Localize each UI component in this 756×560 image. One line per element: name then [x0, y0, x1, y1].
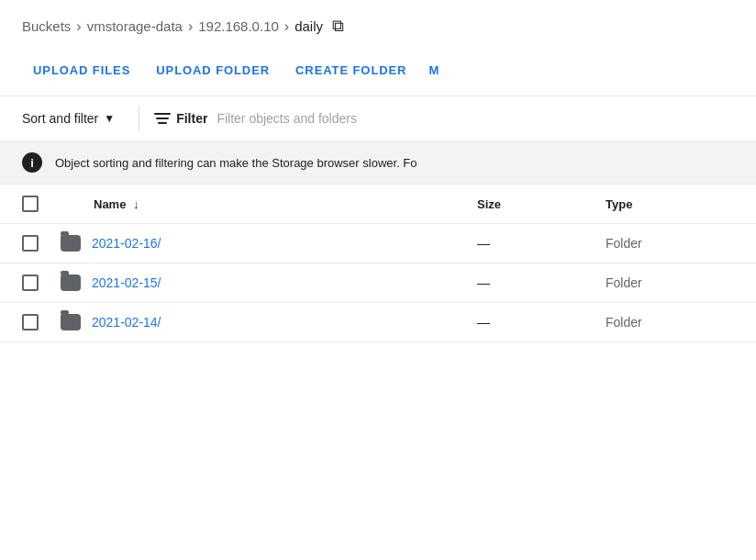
upload-files-button[interactable]: UPLOAD FILES: [22, 56, 141, 84]
row-type-cell-2: Folder: [591, 303, 756, 342]
row-size-cell-2: —: [462, 303, 591, 342]
breadcrumb-buckets[interactable]: Buckets: [22, 18, 71, 34]
breadcrumb-current: daily: [295, 18, 323, 34]
row-checkbox-cell: [0, 303, 46, 342]
filter-lines-icon: [154, 113, 171, 124]
breadcrumb-vmstorage[interactable]: vmstorage-data: [87, 18, 183, 34]
filter-label: Filter: [176, 111, 207, 126]
info-text: Object sorting and filtering can make th…: [55, 156, 417, 170]
row-checkbox-cell: [0, 263, 46, 303]
file-table: Name ↓ Size Type 2021-02-16/ — Fol: [0, 185, 756, 342]
row-checkbox-1[interactable]: [22, 274, 39, 291]
breadcrumb-sep-2: ›: [188, 18, 193, 35]
table-row: 2021-02-16/ — Folder: [0, 224, 756, 263]
breadcrumb-sep-1: ›: [76, 18, 81, 35]
header-checkbox-cell: [0, 185, 46, 224]
filter-icon-area[interactable]: Filter: [154, 111, 207, 126]
row-name-cell-1: 2021-02-15/: [46, 263, 462, 303]
row-checkbox-2[interactable]: [22, 314, 39, 330]
folder-link-0[interactable]: 2021-02-16/: [92, 236, 161, 251]
filter-bar: Sort and filter ▼ Filter Filter objects …: [0, 96, 756, 141]
table-header-row: Name ↓ Size Type: [0, 185, 756, 224]
select-all-checkbox[interactable]: [22, 196, 39, 212]
type-header-label: Type: [606, 197, 632, 211]
filter-divider: [139, 106, 139, 131]
toolbar: UPLOAD FILES UPLOAD FOLDER CREATE FOLDER…: [0, 49, 756, 96]
sort-filter-label: Sort and filter: [22, 111, 98, 126]
header-size[interactable]: Size: [462, 185, 591, 224]
copy-path-icon[interactable]: ⧉: [332, 17, 344, 36]
breadcrumb-sep-3: ›: [284, 18, 289, 35]
header-type[interactable]: Type: [591, 185, 756, 224]
name-header-label: Name: [94, 197, 126, 211]
folder-icon-0: [61, 235, 81, 252]
folder-link-2[interactable]: 2021-02-14/: [92, 315, 161, 330]
upload-folder-button[interactable]: UPLOAD FOLDER: [145, 56, 281, 84]
header-name[interactable]: Name ↓: [46, 185, 462, 224]
table-row: 2021-02-15/ — Folder: [0, 263, 756, 303]
folder-icon-2: [61, 314, 81, 330]
more-actions-button[interactable]: M: [421, 56, 447, 84]
sort-arrow-icon: ↓: [133, 197, 139, 211]
breadcrumb-ip[interactable]: 192.168.0.10: [198, 18, 279, 34]
sort-filter-button[interactable]: Sort and filter ▼: [22, 106, 124, 131]
folder-link-1[interactable]: 2021-02-15/: [92, 275, 161, 290]
create-folder-button[interactable]: CREATE FOLDER: [284, 56, 417, 84]
breadcrumb: Buckets › vmstorage-data › 192.168.0.10 …: [0, 0, 756, 49]
row-name-cell-0: 2021-02-16/: [46, 224, 462, 263]
row-checkbox-0[interactable]: [22, 235, 39, 252]
size-header-label: Size: [477, 197, 501, 211]
row-type-cell-1: Folder: [591, 263, 756, 303]
row-size-cell-0: —: [462, 224, 591, 263]
filter-input-placeholder[interactable]: Filter objects and folders: [217, 111, 357, 126]
row-size-cell-1: —: [462, 263, 591, 303]
info-banner: i Object sorting and filtering can make …: [0, 141, 756, 185]
table-row: 2021-02-14/ — Folder: [0, 303, 756, 342]
row-type-cell-0: Folder: [591, 224, 756, 263]
row-name-cell-2: 2021-02-14/: [46, 303, 462, 342]
row-checkbox-cell: [0, 224, 46, 263]
info-icon: i: [22, 152, 42, 173]
sort-filter-dropdown-arrow: ▼: [104, 112, 115, 125]
folder-icon-1: [61, 274, 81, 291]
